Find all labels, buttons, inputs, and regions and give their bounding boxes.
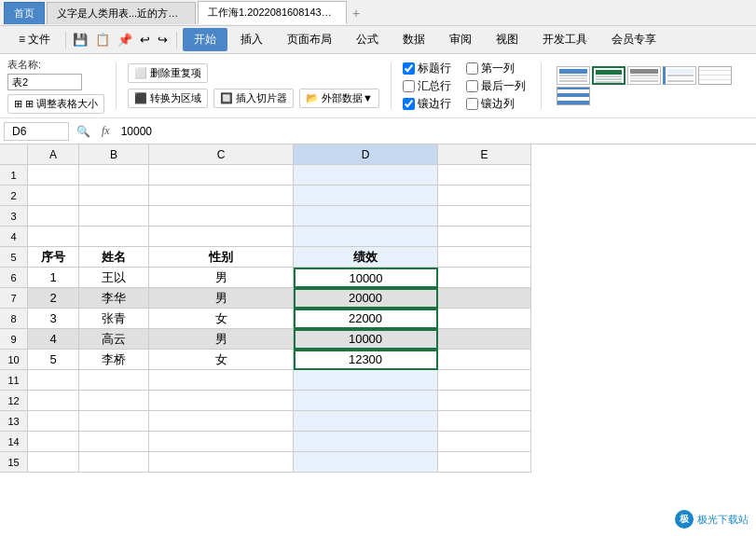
cb-first-col-input[interactable] — [466, 62, 478, 75]
cell-ref-input[interactable] — [4, 122, 69, 141]
cell-b5[interactable]: 姓名 — [79, 247, 149, 268]
cell-a12[interactable] — [28, 391, 79, 411]
undo-icon[interactable]: ↩ — [137, 31, 153, 48]
cell-d10[interactable]: 12300 — [294, 350, 438, 370]
ribbon-tab-dev[interactable]: 开发工具 — [531, 28, 598, 51]
cell-e13[interactable] — [438, 411, 531, 432]
style-box-3[interactable] — [627, 66, 661, 85]
tab-add-icon[interactable]: + — [352, 6, 360, 21]
cell-a2[interactable] — [28, 186, 79, 206]
cb-total-row-input[interactable] — [403, 80, 415, 92]
cell-d6[interactable]: 10000 — [294, 268, 438, 288]
cell-d13[interactable] — [294, 411, 438, 432]
col-header-e[interactable]: E — [438, 144, 531, 165]
cell-a6[interactable]: 1 — [28, 268, 79, 288]
cell-e3[interactable] — [438, 206, 531, 227]
cell-a4[interactable] — [28, 227, 79, 247]
cell-a14[interactable] — [28, 432, 79, 452]
cell-a5[interactable]: 序号 — [28, 247, 79, 268]
cell-c12[interactable] — [149, 391, 294, 411]
cell-e9[interactable] — [438, 329, 531, 350]
cell-a11[interactable] — [28, 370, 79, 391]
cell-c9[interactable]: 男 — [149, 329, 294, 350]
cell-d15[interactable] — [294, 452, 438, 473]
cell-c7[interactable]: 男 — [149, 288, 294, 309]
cell-d4[interactable] — [294, 227, 438, 247]
cell-d7[interactable]: 20000 — [294, 288, 438, 309]
cell-a9[interactable]: 4 — [28, 329, 79, 350]
cell-d3[interactable] — [294, 206, 438, 227]
cell-b4[interactable] — [79, 227, 149, 247]
cell-e2[interactable] — [438, 186, 531, 206]
cell-d8[interactable]: 22000 — [294, 309, 438, 329]
tab-home[interactable]: 首页 — [4, 2, 45, 24]
formula-input[interactable] — [117, 123, 752, 140]
cell-d5[interactable]: 绩效 — [294, 247, 438, 268]
ribbon-tab-start[interactable]: 开始 — [183, 28, 227, 51]
cb-header-row-input[interactable] — [403, 62, 415, 75]
cell-c13[interactable] — [149, 411, 294, 432]
cell-e5[interactable] — [438, 247, 531, 268]
cell-c15[interactable] — [149, 452, 294, 473]
cell-e11[interactable] — [438, 370, 531, 391]
col-header-a[interactable]: A — [28, 144, 79, 165]
style-box-4[interactable] — [663, 66, 696, 85]
tab-doc2[interactable]: 工作海1.20220816081435325 — [198, 1, 347, 24]
paste-icon[interactable]: 📌 — [115, 31, 135, 48]
cell-b14[interactable] — [79, 432, 149, 452]
ribbon-file[interactable]: ≡ 文件 — [7, 28, 62, 51]
cell-e1[interactable] — [438, 165, 531, 186]
ribbon-tab-vip[interactable]: 会员专享 — [600, 28, 667, 51]
cell-c1[interactable] — [149, 165, 294, 186]
cell-c6[interactable]: 男 — [149, 268, 294, 288]
table-name-input[interactable] — [7, 74, 82, 90]
cell-d12[interactable] — [294, 391, 438, 411]
style-box-1[interactable] — [557, 66, 590, 85]
cell-d14[interactable] — [294, 432, 438, 452]
save-icon[interactable]: 💾 — [70, 31, 90, 48]
cell-c11[interactable] — [149, 370, 294, 391]
cell-b9[interactable]: 高云 — [79, 329, 149, 350]
cell-e15[interactable] — [438, 452, 531, 473]
redo-icon[interactable]: ↪ — [155, 31, 171, 48]
cell-c14[interactable] — [149, 432, 294, 452]
style-box-2[interactable] — [592, 66, 625, 85]
ribbon-tab-review[interactable]: 审阅 — [438, 28, 483, 51]
cell-d2[interactable] — [294, 186, 438, 206]
ribbon-tab-formula[interactable]: 公式 — [345, 28, 390, 51]
cell-a1[interactable] — [28, 165, 79, 186]
col-header-b[interactable]: B — [79, 144, 149, 165]
cb-last-col-input[interactable] — [466, 80, 478, 92]
cell-c4[interactable] — [149, 227, 294, 247]
cell-e6[interactable] — [438, 268, 531, 288]
convert-region-button[interactable]: ⬛ 转换为区域 — [128, 89, 208, 108]
cb-banded-row-input[interactable] — [403, 98, 415, 110]
cell-b10[interactable]: 李桥 — [79, 350, 149, 370]
cell-a8[interactable]: 3 — [28, 309, 79, 329]
resize-table-button[interactable]: ⊞ ⊞ 调整表格大小 — [7, 94, 104, 114]
cell-a3[interactable] — [28, 206, 79, 227]
col-header-d[interactable]: D — [294, 144, 438, 165]
cell-b2[interactable] — [79, 186, 149, 206]
cell-c10[interactable]: 女 — [149, 350, 294, 370]
cell-a15[interactable] — [28, 452, 79, 473]
cell-b6[interactable]: 王以 — [79, 268, 149, 288]
ribbon-tab-layout[interactable]: 页面布局 — [276, 28, 343, 51]
cell-e12[interactable] — [438, 391, 531, 411]
col-header-c[interactable]: C — [149, 144, 294, 165]
cell-a10[interactable]: 5 — [28, 350, 79, 370]
cell-b12[interactable] — [79, 391, 149, 411]
cell-b1[interactable] — [79, 165, 149, 186]
cell-b15[interactable] — [79, 452, 149, 473]
copy-icon[interactable]: 📋 — [92, 31, 113, 48]
cell-c8[interactable]: 女 — [149, 309, 294, 329]
cb-banded-col-input[interactable] — [466, 98, 478, 110]
remove-dup-button[interactable]: ⬜ 删除重复项 — [128, 63, 208, 83]
cell-a7[interactable]: 2 — [28, 288, 79, 309]
cell-d9[interactable]: 10000 — [294, 329, 438, 350]
ribbon-tab-view[interactable]: 视图 — [485, 28, 529, 51]
cell-d1[interactable] — [294, 165, 438, 186]
cell-c2[interactable] — [149, 186, 294, 206]
ribbon-tab-insert[interactable]: 插入 — [229, 28, 274, 51]
style-box-6[interactable] — [557, 87, 590, 105]
